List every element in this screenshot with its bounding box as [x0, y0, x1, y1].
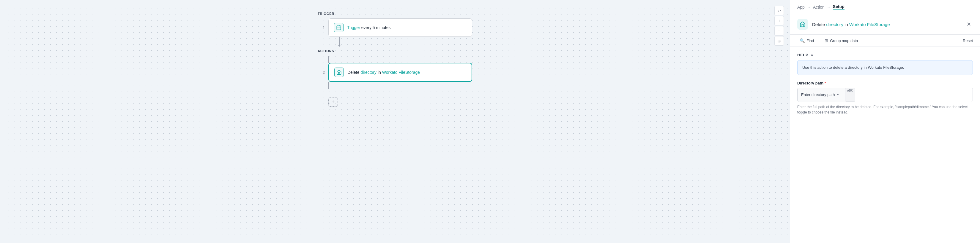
header-link1[interactable]: directory	[826, 22, 843, 27]
breadcrumb-arrow-2: →	[827, 5, 830, 9]
action-header: Delete directory in Workato FileStorage …	[790, 14, 980, 35]
add-step-button[interactable]: +	[328, 97, 338, 107]
breadcrumb-nav: App → Action → Setup	[790, 0, 980, 14]
required-indicator: *	[823, 81, 826, 85]
workflow-area: TRIGGER 1 Trigger every 5 minutes ACTION…	[318, 12, 472, 107]
undo-button[interactable]: ↩	[774, 6, 784, 16]
actions-section-label: ACTIONS	[318, 49, 334, 53]
group-map-button[interactable]: ⊞ Group map data	[822, 37, 860, 44]
help-box: Use this action to delete a directory in…	[797, 60, 973, 75]
action-step-icon	[334, 68, 344, 77]
help-label: HELP	[797, 53, 808, 57]
panel-body: HELP ∧ Use this action to delete a direc…	[790, 47, 980, 243]
step-1-row: 1 Trigger every 5 minutes	[318, 18, 472, 37]
connector-1	[339, 37, 340, 45]
step-2-row: 2 Delete directory in Workato FileStorag…	[318, 63, 472, 82]
find-icon: 🔍	[800, 38, 805, 43]
field-label: Directory path *	[797, 81, 973, 85]
step-2-link1[interactable]: directory	[360, 70, 377, 75]
header-link2[interactable]: Workato FileStorage	[849, 22, 890, 27]
connector-3	[328, 82, 329, 89]
zoom-in-button[interactable]: +	[774, 16, 784, 25]
close-button[interactable]: ✕	[964, 20, 973, 28]
select-chevron-icon: ▾	[837, 93, 839, 96]
step-1-text: Trigger every 5 minutes	[347, 25, 391, 30]
step-1-card[interactable]: Trigger every 5 minutes	[328, 18, 472, 37]
fit-button[interactable]: ⊕	[774, 36, 784, 46]
app-logo	[797, 19, 808, 30]
zoom-out-button[interactable]: −	[774, 26, 784, 36]
form-section: Directory path * Enter directory path ▾ …	[797, 81, 973, 115]
step-2-card[interactable]: Delete directory in Workato FileStorage	[328, 63, 472, 82]
right-panel: App → Action → Setup Delete directory in…	[790, 0, 980, 243]
trigger-step-icon	[334, 23, 344, 32]
step-1-number: 1	[318, 25, 325, 30]
canvas-controls: ↩ + − ⊕	[774, 6, 784, 46]
step-2-number: 2	[318, 70, 325, 75]
help-text: Use this action to delete a directory in…	[802, 65, 904, 69]
step-2-link2[interactable]: Workato FileStorage	[382, 70, 420, 75]
field-hint: Enter the full path of the directory to …	[797, 104, 973, 115]
step-2-text: Delete directory in Workato FileStorage	[347, 70, 420, 75]
svg-rect-0	[337, 26, 341, 30]
connector-2	[328, 56, 329, 63]
breadcrumb-action[interactable]: Action	[813, 5, 824, 9]
field-type-badge: ABC	[845, 88, 855, 102]
trigger-section-label: TRIGGER	[318, 12, 334, 16]
reset-button[interactable]: Reset	[963, 38, 973, 43]
directory-path-input[interactable]	[855, 88, 972, 102]
field-select-text: Enter directory path	[801, 93, 835, 97]
find-button[interactable]: 🔍 Find	[797, 37, 816, 44]
field-input-row: Enter directory path ▾ ABC	[797, 88, 973, 102]
field-select-toggle[interactable]: Enter directory path ▾	[797, 88, 845, 102]
group-map-icon: ⊞	[824, 38, 828, 43]
find-label: Find	[807, 38, 814, 43]
breadcrumb-arrow-1: →	[807, 5, 811, 9]
help-chevron-icon: ∧	[811, 53, 814, 57]
breadcrumb-setup[interactable]: Setup	[833, 4, 845, 10]
step-1-link[interactable]: Trigger	[347, 25, 360, 30]
toolbar: 🔍 Find ⊞ Group map data Reset	[790, 35, 980, 47]
help-section: HELP ∧ Use this action to delete a direc…	[797, 53, 973, 75]
help-header[interactable]: HELP ∧	[797, 53, 973, 57]
group-map-label: Group map data	[830, 38, 858, 43]
workflow-canvas: ↩ + − ⊕ TRIGGER 1 Trigger every 5 minute…	[0, 0, 790, 243]
action-title: Delete directory in Workato FileStorage	[812, 22, 960, 27]
breadcrumb-app[interactable]: App	[797, 5, 805, 9]
add-step-container: +	[328, 97, 338, 107]
